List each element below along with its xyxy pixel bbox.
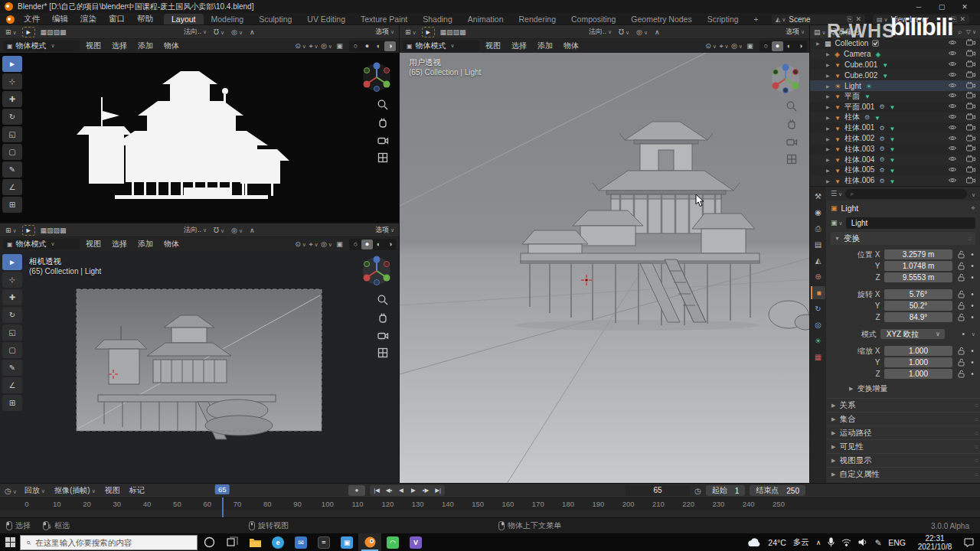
value-field[interactable]: 3.2579 m: [884, 249, 953, 259]
render-preview[interactable]: ►⊹✚↻◱▢✎∠⊞: [0, 53, 400, 223]
menu-view[interactable]: 视图: [81, 41, 106, 51]
tab-sculpting[interactable]: Sculpting: [251, 14, 299, 24]
overlays-dropdown[interactable]: ◎: [321, 240, 332, 248]
menu-view[interactable]: 视图: [481, 41, 505, 51]
disclosure-icon[interactable]: ▶: [826, 51, 832, 57]
microphone-icon[interactable]: [828, 537, 835, 547]
disable-render-camera-icon[interactable]: [966, 113, 975, 122]
zoom-icon[interactable]: [377, 294, 389, 306]
disable-render-camera-icon[interactable]: [966, 92, 975, 100]
options-dropdown[interactable]: 选项: [374, 27, 396, 37]
tool-move[interactable]: ✚: [2, 289, 22, 305]
outliner-row-cylinder-006[interactable]: ▶ 柱体.006 ⚙: [810, 175, 980, 186]
animate-dot[interactable]: •: [969, 358, 975, 367]
tab-animation[interactable]: Animation: [460, 14, 511, 24]
disclosure-icon[interactable]: ▶: [826, 115, 832, 120]
section-collections[interactable]: ▶ 集合 ≡: [826, 412, 980, 425]
disclosure-icon[interactable]: ▶: [826, 136, 832, 142]
value-field[interactable]: 1.000: [884, 369, 953, 379]
disable-render-camera-icon[interactable]: [966, 60, 975, 69]
jump-to-end-button[interactable]: ▶|: [432, 486, 444, 495]
play-button[interactable]: ▶: [407, 486, 420, 495]
navigation-gizmo[interactable]: [360, 254, 394, 288]
jump-to-start-button[interactable]: |◀: [371, 486, 383, 495]
hide-eye-icon[interactable]: [948, 92, 957, 100]
editor-type-icon[interactable]: ⊞: [4, 28, 18, 36]
camera-viewport-body[interactable]: ►⊹✚↻◱▢✎∠⊞ 相机透视 (65) Collection | Light: [0, 251, 400, 484]
tool-move[interactable]: ✚: [2, 91, 22, 107]
shading-material-icon[interactable]: ◐: [783, 41, 795, 51]
taskbar-search[interactable]: ⌕: [20, 535, 198, 550]
tab-object-data[interactable]: ☀: [811, 334, 825, 347]
section-visibility[interactable]: ▶ 可见性 ≡: [826, 439, 980, 453]
timeline-track-area[interactable]: [0, 510, 980, 517]
disable-render-camera-icon[interactable]: [966, 82, 975, 90]
value-field[interactable]: 5.76°: [884, 289, 953, 299]
tab-view-layer[interactable]: ▤: [811, 238, 825, 251]
tool-measure[interactable]: ∠: [2, 377, 22, 393]
tab-output[interactable]: ⎙: [811, 222, 825, 235]
gizmos-dropdown[interactable]: ⌖: [718, 42, 730, 51]
animate-dot[interactable]: •: [969, 313, 975, 321]
tool-rotate[interactable]: ↻: [2, 109, 22, 125]
shading-wireframe-icon[interactable]: ○: [350, 240, 361, 249]
next-keyframe-button[interactable]: •▶: [420, 486, 432, 495]
orthographic-toggle-icon[interactable]: [786, 153, 798, 165]
tab-scripting[interactable]: Scripting: [700, 14, 746, 24]
taskbar-app-calculator[interactable]: =: [312, 533, 335, 551]
disclosure-icon[interactable]: ▶: [826, 93, 832, 99]
hide-eye-icon[interactable]: [948, 103, 957, 111]
timeline-menu-view[interactable]: 视图: [100, 486, 125, 494]
camera-view-icon[interactable]: [377, 134, 389, 146]
mode-dropdown[interactable]: ▣物体模式: [403, 41, 479, 51]
tab-constraints[interactable]: ◎: [811, 318, 825, 331]
value-field[interactable]: 50.2°: [884, 301, 953, 311]
tool-transform[interactable]: ▢: [2, 342, 22, 358]
outliner-filter-icon[interactable]: ▽: [966, 28, 976, 35]
camera-view-icon[interactable]: [377, 329, 389, 341]
tab-world[interactable]: ⊕: [811, 270, 825, 283]
tray-chevron-up-icon[interactable]: ∧: [816, 539, 822, 546]
animate-dot[interactable]: •: [969, 302, 975, 310]
weather-desc[interactable]: 多云: [793, 537, 809, 548]
properties-editor-icon[interactable]: ☰: [831, 190, 842, 197]
select-mode-icons[interactable]: ▦▧▨▩: [39, 28, 68, 36]
disclosure-icon[interactable]: ▶: [826, 157, 832, 162]
outliner-editor[interactable]: ▤ 场景集合 ⌕ ▽ ▶ Collection ⚙: [810, 25, 980, 186]
lock-icon[interactable]: [956, 262, 965, 270]
editor-type-icon[interactable]: ⊞: [4, 227, 18, 234]
tab-tool[interactable]: ⚒: [811, 190, 825, 203]
tool-cursor[interactable]: ⊹: [2, 272, 22, 288]
section-custom-properties[interactable]: ▶ 自定义属性 ≡: [826, 467, 980, 481]
outliner-row-cylinder-003[interactable]: ▶ 柱体.003 ⚙: [810, 144, 980, 155]
disclosure-icon[interactable]: ▶: [826, 62, 832, 67]
shading-solid-icon[interactable]: ●: [361, 240, 373, 249]
tab-geometry-nodes[interactable]: Geometry Nodes: [623, 14, 699, 24]
gizmos-dropdown[interactable]: ⌖: [308, 42, 319, 51]
close-button[interactable]: ✕: [954, 3, 975, 11]
camera-view-icon[interactable]: [786, 135, 798, 148]
animate-dot[interactable]: •: [961, 330, 966, 338]
section-viewport-display[interactable]: ▶ 视图显示 ≡: [826, 453, 980, 467]
timeline-menu-keying[interactable]: 抠像(插帧): [50, 486, 100, 494]
taskbar-app-edge[interactable]: e: [266, 533, 289, 551]
mode-dropdown[interactable]: ▣物体模式: [3, 41, 80, 51]
tool-annotate[interactable]: ✎: [2, 161, 22, 178]
taskbar-app-mail[interactable]: ✉: [289, 533, 312, 551]
hide-eye-icon[interactable]: [948, 82, 957, 90]
pan-hand-icon[interactable]: [377, 311, 389, 324]
hide-eye-icon[interactable]: [948, 155, 957, 164]
outliner-search-icon[interactable]: ⌕: [958, 28, 962, 37]
tab-texture-paint[interactable]: Texture Paint: [353, 14, 415, 24]
value-field[interactable]: 84.9°: [884, 312, 953, 322]
menu-file[interactable]: 文件: [18, 14, 46, 23]
tool-select-box[interactable]: ►: [2, 56, 22, 72]
maximize-button[interactable]: ▢: [931, 3, 952, 11]
tab-shading[interactable]: Shading: [415, 14, 460, 24]
tool-cursor[interactable]: ⊹: [2, 73, 22, 90]
timeline-ruler[interactable]: 0102030405060708090100110120130140150160…: [0, 497, 980, 510]
shading-material-icon[interactable]: ◐: [373, 240, 384, 249]
active-tool-icon[interactable]: ►: [22, 27, 35, 37]
taskbar-app-v[interactable]: V: [404, 533, 427, 551]
menu-object[interactable]: 物体: [159, 239, 184, 249]
